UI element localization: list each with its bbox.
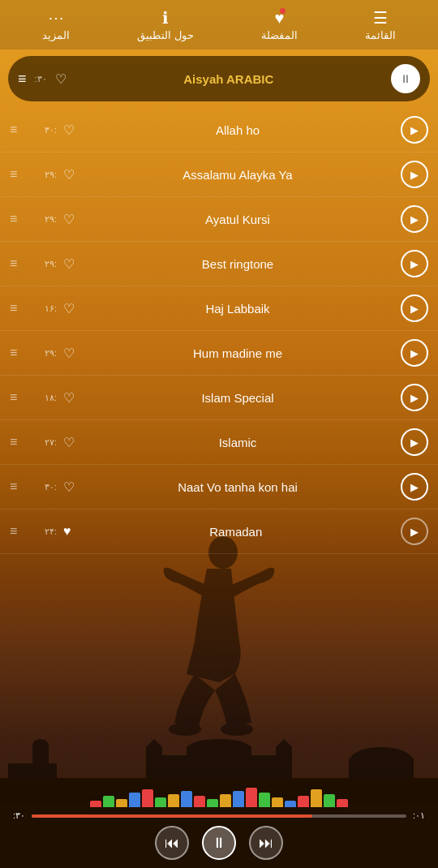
song-item-haj-labbaik: ≡ :۱۶ ♡ Haj Labbaik ▶ [0, 286, 438, 331]
drag-handle-icon: ≡ [10, 256, 28, 271]
play-button[interactable]: ▶ [401, 161, 428, 188]
waveform-bar [324, 794, 335, 807]
waveform-bar [285, 801, 296, 807]
nav-favorites-label: المفضلة [261, 29, 298, 41]
song-item-naat-vo: ≡ :۳۰ ♡ Naat Vo tanha kon hai ▶ [0, 465, 438, 509]
song-title: Best ringtone [81, 257, 394, 271]
pause-play-icon: ⏸ [212, 835, 226, 852]
song-duration: :۲۹ [34, 170, 57, 180]
waveform-bar [181, 791, 192, 807]
song-title: Naat Vo tanha kon hai [81, 480, 394, 494]
about-icon: ℹ [162, 10, 169, 26]
favorite-heart[interactable]: ♡ [63, 212, 75, 227]
song-duration: :۲۹ [34, 259, 57, 269]
song-item-best-ringtone: ≡ :۲۹ ♡ Best ringtone ▶ [0, 242, 438, 286]
song-duration: :۲۴ [34, 526, 57, 537]
favorite-heart[interactable]: ♡ [63, 479, 75, 495]
nav-about-label: حول التطبيق [137, 29, 194, 41]
favorite-heart[interactable]: ♥ [63, 524, 71, 539]
drag-handle-icon: ≡ [10, 435, 28, 449]
song-duration: :۱۸ [34, 393, 57, 403]
play-button[interactable]: ▶ [401, 339, 428, 367]
next-button[interactable]: ⏭ [249, 826, 283, 860]
waveform-bar [129, 793, 140, 807]
drag-handle-icon: ≡ [10, 301, 28, 316]
waveform-bar [194, 796, 205, 807]
song-title: Hum madine me [81, 346, 394, 360]
progress-row: :۳۰ :۰۱ [13, 810, 425, 821]
pause-play-button[interactable]: ⏸ [202, 826, 236, 860]
play-button[interactable]: ▶ [401, 518, 428, 545]
song-title: Ramadan [78, 525, 395, 539]
waveform-bar [116, 799, 127, 807]
song-title: Islam Special [81, 391, 394, 405]
song-duration: :۲۹ [34, 214, 57, 225]
progress-fill [32, 814, 312, 818]
drag-handle-icon: ≡ [10, 479, 28, 494]
favorite-heart[interactable]: ♡ [63, 435, 75, 450]
waveform-bar [90, 801, 101, 807]
next-icon: ⏭ [259, 835, 273, 852]
favorite-heart[interactable]: ♡ [63, 167, 75, 183]
waveform-bar [155, 797, 166, 807]
waveform-bar [259, 793, 270, 807]
waveform-display [13, 783, 425, 807]
favorite-heart[interactable]: ♡ [63, 256, 75, 272]
song-title: Allah ho [81, 123, 394, 137]
waveform-bar [311, 789, 322, 807]
waveform-bar [337, 799, 348, 807]
pause-icon: ⏸ [400, 72, 411, 85]
nav-favorites[interactable]: ♥ المفضلة [261, 10, 298, 41]
progress-bar[interactable] [32, 814, 406, 818]
drag-handle-icon: ≡ [10, 212, 28, 226]
song-title: Islamic [81, 436, 394, 449]
waveform-bar [142, 789, 153, 807]
prev-icon: ⏮ [165, 835, 179, 852]
waveform-bar [103, 796, 114, 807]
now-playing-menu-icon: ≡ [18, 71, 27, 88]
song-title: Haj Labbaik [81, 302, 394, 316]
favorite-heart[interactable]: ♡ [63, 390, 75, 406]
drag-handle-icon: ≡ [10, 167, 28, 182]
song-item-allah-ho: ≡ :۳۰ ♡ Allah ho ▶ [0, 108, 438, 153]
song-item-ayatul: ≡ :۲۹ ♡ Ayatul Kursi ▶ [0, 197, 438, 242]
song-duration: :۳۰ [34, 125, 57, 135]
nav-more-label: المزيد [42, 29, 70, 41]
waveform-bar [220, 794, 231, 807]
song-duration: :۱۶ [34, 303, 57, 314]
nav-about[interactable]: ℹ حول التطبيق [137, 10, 194, 41]
nav-more[interactable]: ⋯ المزيد [42, 10, 70, 41]
song-item-hum-madine: ≡ :۲۹ ♡ Hum madine me ▶ [0, 331, 438, 376]
favorite-heart[interactable]: ♡ [63, 301, 75, 316]
play-button[interactable]: ▶ [401, 384, 428, 411]
previous-button[interactable]: ⏮ [155, 826, 189, 860]
favorite-heart[interactable]: ♡ [63, 346, 75, 361]
waveform-bar [233, 791, 244, 807]
favorite-heart[interactable]: ♡ [63, 122, 75, 138]
play-button[interactable]: ▶ [401, 473, 428, 501]
song-title: Ayatul Kursi [81, 213, 394, 226]
playback-controls: ⏮ ⏸ ⏭ [13, 826, 425, 860]
now-playing-title: Aisyah ARABIC [75, 72, 383, 86]
nav-list-label: القائمة [365, 29, 396, 41]
play-button[interactable]: ▶ [401, 116, 428, 144]
song-duration: :۳۰ [34, 482, 57, 492]
now-playing-duration: ‪:۳۰ [35, 74, 47, 84]
drag-handle-icon: ≡ [10, 390, 28, 405]
waveform-bar [272, 797, 283, 807]
now-playing-pause-button[interactable]: ⏸ [391, 64, 420, 93]
drag-handle-icon: ≡ [10, 346, 28, 360]
play-button[interactable]: ▶ [401, 205, 428, 233]
now-playing-heart[interactable]: ♡ [55, 71, 67, 87]
song-list: ≡ :۳۰ ♡ Allah ho ▶ ≡ :۲۹ ♡ Assalamu Alay… [0, 108, 438, 554]
total-time: :۰۱ [413, 810, 425, 821]
play-button[interactable]: ▶ [401, 250, 428, 277]
play-button[interactable]: ▶ [401, 294, 428, 322]
waveform-bar [246, 788, 257, 807]
waveform-bar [298, 796, 309, 807]
song-duration: :۲۹ [34, 348, 57, 359]
play-button[interactable]: ▶ [401, 428, 428, 456]
nav-list[interactable]: ☰ القائمة [365, 10, 396, 41]
top-navigation: ⋯ المزيد ℹ حول التطبيق ♥ المفضلة ☰ القائ… [0, 0, 438, 49]
now-playing-bar: ≡ ‪:۳۰ ♡ Aisyah ARABIC ⏸ [8, 56, 430, 101]
